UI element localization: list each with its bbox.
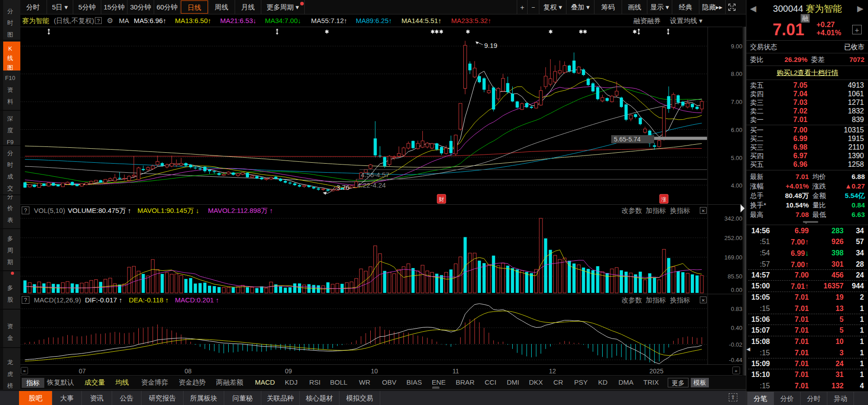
svg-text:8.00: 8.00 — [731, 71, 742, 77]
svg-text:169.00: 169.00 — [724, 254, 742, 261]
svg-text:4.00: 4.00 — [731, 182, 742, 189]
svg-text:07: 07 — [79, 367, 86, 375]
svg-text:2025: 2025 — [649, 367, 663, 375]
svg-text:85.50: 85.50 — [727, 273, 742, 280]
svg-text:9.19: 9.19 — [484, 42, 497, 49]
svg-text:3.76: 3.76 — [336, 184, 349, 191]
svg-text:342.00: 342.00 — [724, 215, 742, 222]
svg-text:-0.44: -0.44 — [729, 357, 742, 363]
svg-text:5.00: 5.00 — [731, 155, 742, 161]
svg-text:«: « — [23, 368, 26, 373]
svg-text:0.83: 0.83 — [731, 306, 742, 312]
svg-text:5.65-5.74: 5.65-5.74 — [614, 136, 641, 143]
svg-text:08: 08 — [184, 367, 192, 375]
svg-text:09: 09 — [285, 367, 292, 375]
svg-text:11: 11 — [453, 367, 459, 375]
svg-text:-0.02: -0.02 — [729, 341, 742, 348]
svg-text:7.00: 7.00 — [731, 99, 742, 105]
svg-text:252.00: 252.00 — [724, 235, 742, 241]
svg-text:涨: 涨 — [661, 196, 667, 202]
svg-text:12: 12 — [549, 367, 556, 375]
svg-text:9.00: 9.00 — [731, 43, 742, 50]
svg-text:10: 10 — [371, 367, 378, 375]
svg-text:4.56-4.57: 4.56-4.57 — [361, 171, 389, 179]
svg-text:0.40: 0.40 — [731, 325, 742, 331]
svg-text:0.00: 0.00 — [731, 287, 742, 293]
svg-text:4.22-4.24: 4.22-4.24 — [357, 181, 386, 189]
svg-text:6.00: 6.00 — [731, 127, 742, 133]
svg-text:财: 财 — [439, 196, 444, 202]
svg-text:»: » — [735, 368, 737, 373]
